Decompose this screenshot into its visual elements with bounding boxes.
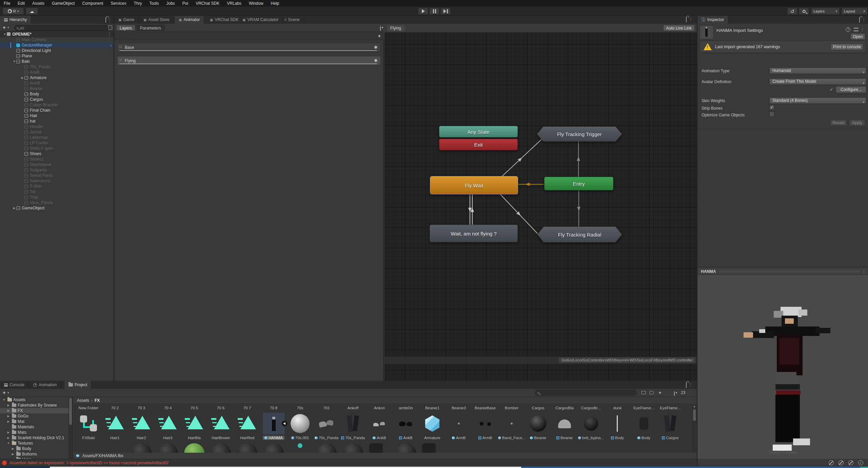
asset-label-hairred[interactable]: HairRed — [232, 436, 262, 440]
preview-disabled-icon[interactable] — [848, 460, 853, 465]
asset-thumb-fxbaki[interactable] — [78, 413, 99, 434]
tab-vram-calculator[interactable]: ▣VRAM Calculator — [238, 16, 283, 24]
tab-animator[interactable]: ▣Animator — [175, 16, 204, 24]
hierarchy-item-armature[interactable]: ▶Armature — [0, 75, 114, 80]
tree-folder-textures[interactable]: ▼Textures — [0, 441, 72, 446]
asset-label-row1[interactable]: Ankon — [364, 406, 395, 410]
asset-label-row1[interactable]: EyeFlame... — [655, 406, 686, 410]
menu-file[interactable]: File — [0, 0, 14, 7]
layer-card-base[interactable]: Base✱ — [117, 43, 381, 52]
asset-label-70s-panda[interactable]: 70s_Panda — [311, 436, 342, 440]
collapse-arrow-icon[interactable]: ▶ — [12, 206, 16, 210]
gear-icon[interactable]: ✱ — [374, 58, 378, 63]
asset-label-row1[interactable]: dunk — [602, 406, 633, 410]
hierarchy-item-ttop[interactable]: Ttop — [0, 194, 114, 200]
add-object-caret[interactable]: ▾ — [7, 26, 9, 29]
asset-label-body[interactable]: Body — [602, 436, 633, 440]
optimize-game-objects-checkbox[interactable] — [769, 112, 774, 117]
hierarchy-item-cargos[interactable]: Cargos — [0, 97, 114, 102]
asset-thumb-partial[interactable] — [211, 443, 231, 453]
state-node-fly-wait[interactable]: Fly Wait — [430, 176, 518, 194]
asset-label-cargos[interactable]: Cargos — [655, 436, 686, 440]
collapse-arrow-icon[interactable]: ▶ — [6, 420, 11, 423]
asset-thumb-armb[interactable] — [448, 413, 470, 434]
hierarchy-item-final-chain[interactable]: Final Chain — [0, 108, 114, 113]
asset-label-body[interactable]: Body — [629, 436, 659, 440]
asset-label-hanma[interactable]: HANMA — [258, 436, 289, 440]
tab-scene[interactable]: #Scene — [280, 16, 304, 24]
tree-folder-bottoms[interactable]: ▶Bottoms — [0, 451, 72, 457]
search-by-label-icon[interactable] — [650, 391, 654, 394]
asset-label-beanie[interactable]: Beanie — [523, 436, 553, 440]
auto-live-link-button[interactable]: Auto Live Link — [663, 25, 695, 31]
collapse-arrow-icon[interactable]: ▶ — [6, 414, 11, 418]
asset-label-row1[interactable]: 70 3 — [126, 406, 157, 410]
asset-thumb-hairred[interactable] — [236, 413, 258, 434]
asset-label-row1[interactable]: 70 5 — [179, 406, 210, 410]
hierarchy-item-70s_panda[interactable]: 70s_Panda — [0, 64, 114, 70]
asset-thumb-ankb[interactable] — [369, 413, 390, 434]
print-to-console-button[interactable]: Print to console — [831, 43, 863, 50]
layers-dropdown[interactable]: Layers▾ — [811, 8, 840, 15]
collapse-arrow-icon[interactable]: ▼ — [3, 33, 7, 36]
hierarchy-item-suitpants[interactable]: Suitpants — [0, 167, 114, 173]
asset-thumb-beanie[interactable] — [527, 413, 549, 434]
cloud-button[interactable]: ☁ — [26, 8, 38, 15]
asset-label-beanie[interactable]: Beanie — [549, 436, 580, 440]
asset-label-ankb[interactable]: AnkB — [391, 436, 421, 440]
hidden-count-eye-icon[interactable] — [674, 391, 675, 396]
hierarchy-item-jacket[interactable]: Jacket — [0, 129, 114, 135]
asset-label-hair1[interactable]: Hair1 — [100, 436, 130, 440]
collapse-arrow-icon[interactable]: ▶ — [20, 76, 24, 79]
hierarchy-item-body[interactable]: Body — [0, 91, 114, 97]
kebab-menu-icon[interactable]: ⋮ — [862, 269, 866, 274]
configure-button[interactable]: Configure... — [836, 86, 866, 93]
asset-label-row1[interactable]: 70 6 — [205, 406, 236, 410]
collapse-arrow-icon[interactable]: ▼ — [12, 60, 16, 63]
asset-thumb-body[interactable] — [633, 413, 655, 434]
asset-label-row1[interactable]: 70s — [285, 406, 315, 410]
check-status-icon[interactable]: ✓ — [858, 460, 863, 465]
hierarchy-item-ankb[interactable]: AnkB — [0, 70, 114, 75]
asset-label-row1[interactable]: CargosBr... — [576, 406, 606, 410]
asset-label-ankb[interactable]: AnkB — [364, 436, 395, 440]
asset-label-hairbrown[interactable]: HairBrown — [205, 436, 236, 440]
eye-icon[interactable] — [380, 26, 381, 31]
gear-icon[interactable]: ✱ — [374, 45, 378, 50]
hierarchy-item-directional-light[interactable]: Directional Light — [0, 48, 114, 53]
asset-label-row1[interactable]: 70 4 — [153, 406, 183, 410]
asset-thumb-partial[interactable] — [396, 443, 416, 453]
state-node-entry[interactable]: Entry — [544, 177, 613, 190]
asset-thumb-partial[interactable] — [263, 443, 284, 453]
tree-folder-fx[interactable]: ▶FX — [0, 408, 72, 413]
expand-subassets-button[interactable] — [282, 421, 287, 426]
hierarchy-item-shoes[interactable]: Shoes — [0, 151, 114, 156]
asset-label-row1[interactable]: Beanie3 — [443, 406, 474, 410]
asset-thumb-band-face-[interactable] — [501, 413, 522, 434]
asset-label-band-face-[interactable]: Band_Face... — [496, 436, 527, 440]
tree-scrollbar[interactable] — [68, 397, 73, 459]
collapse-arrow-icon[interactable]: ▼ — [2, 398, 6, 401]
hierarchy-item-main-camera[interactable]: Main Camera — [0, 37, 114, 42]
menu-vrchat-sdk[interactable]: VRChat SDK — [192, 0, 223, 7]
create-asset-caret[interactable]: ▾ — [7, 391, 9, 394]
tab-layers[interactable]: Layers — [116, 25, 135, 31]
kebab-menu-icon[interactable]: ⋮ — [861, 27, 865, 32]
hierarchy-item-hat[interactable]: hat — [0, 118, 114, 124]
asset-thumb-partial[interactable] — [343, 443, 363, 453]
revert-button[interactable]: Revert — [830, 119, 847, 126]
skin-weights-dropdown[interactable]: Standard (4 Bones)▾ — [769, 97, 866, 104]
asset-thumb-partial[interactable] — [131, 443, 152, 453]
asset-thumb-ankb[interactable] — [395, 413, 417, 434]
tab-inspector[interactable]: ⓘ Inspector — [697, 16, 728, 24]
hierarchy-item-vans_panda[interactable]: Vans_Panda — [0, 200, 114, 205]
prefab-chevron-icon[interactable]: › — [110, 43, 112, 48]
tree-folder-body[interactable]: ▶Body — [0, 446, 72, 451]
asset-thumb-armature[interactable] — [421, 413, 443, 434]
asset-label-row1[interactable]: 70 8 — [258, 406, 289, 410]
tab-asset-store[interactable]: ▣Asset Store — [139, 16, 174, 24]
tree-folder-mat[interactable]: ▶Mat — [0, 419, 72, 424]
asset-thumb-partial[interactable] — [184, 443, 204, 453]
add-object-button[interactable]: + — [3, 24, 6, 30]
tab-animation[interactable]: Animation — [29, 381, 61, 389]
